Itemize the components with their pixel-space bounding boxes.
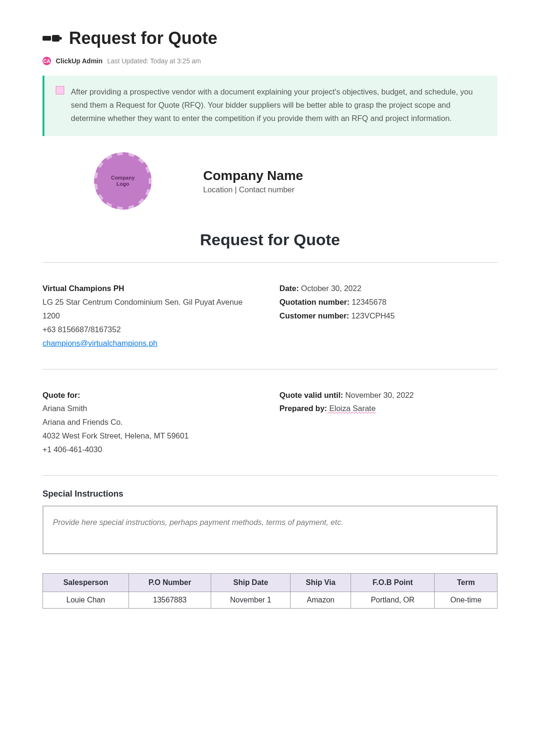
quote-info-col: Date: October 30, 2022 Quotation number:…	[280, 282, 498, 350]
divider	[43, 262, 497, 263]
title-row: Request for Quote	[43, 28, 497, 48]
shipping-table: Salesperson P.O Number Ship Date Ship Vi…	[43, 573, 497, 609]
doc-emoji-icon	[43, 33, 63, 43]
prep-value: Eloiza Sarate	[327, 404, 376, 412]
vendor-quote-row: Virtual Champions PH LG 25 Star Centrum …	[43, 268, 497, 363]
valid-label: Quote valid until:	[280, 391, 343, 399]
callout-icon	[56, 86, 64, 94]
vendor-address: LG 25 Star Centrum Condominium Sen. Gil …	[43, 295, 261, 323]
th-po-number: P.O Number	[129, 573, 211, 592]
company-info: Company Name Location | Contact number	[203, 168, 497, 194]
callout-text: After providing a prospective vendor wit…	[71, 85, 484, 125]
divider	[43, 369, 497, 369]
td-term: One-time	[435, 592, 497, 608]
td-ship-date: November 1	[211, 592, 290, 608]
vendor-phone: +63 8156687/8167352	[43, 323, 261, 336]
section-title: Request for Quote	[43, 231, 497, 249]
th-salesperson: Salesperson	[43, 573, 129, 592]
svg-rect-1	[52, 35, 60, 42]
th-ship-via: Ship Via	[291, 573, 351, 592]
document-header: Request for Quote CA ClickUp Admin Last …	[43, 28, 497, 65]
quote-for-phone: +1 406-461-4030	[43, 443, 261, 456]
valid-value: November 30, 2022	[343, 391, 414, 399]
quote-for-col: Quote for: Ariana Smith Ariana and Frien…	[43, 388, 261, 456]
quote-for-name: Ariana Smith	[43, 402, 261, 415]
quote-for-company: Ariana and Friends Co.	[43, 415, 261, 429]
td-fob-point: Portland, OR	[351, 592, 434, 608]
prep-label: Prepared by:	[280, 404, 327, 412]
vendor-email-link[interactable]: champions@virtualchampions.ph	[43, 339, 157, 347]
td-ship-via: Amazon	[291, 592, 351, 608]
th-fob-point: F.O.B Point	[351, 573, 434, 592]
date-value: October 30, 2022	[299, 284, 361, 292]
td-po-number: 13567883	[129, 592, 211, 608]
meta-row: CA ClickUp Admin Last Updated: Today at …	[43, 57, 497, 65]
cnum-value: 123VCPH45	[349, 311, 394, 320]
divider	[43, 475, 497, 476]
company-sub: Location | Contact number	[203, 185, 497, 194]
table-row: Louie Chan 13567883 November 1 Amazon Po…	[43, 592, 497, 608]
cnum-label: Customer number:	[280, 311, 350, 320]
quote-for-address: 4032 West Fork Street, Helena, MT 59601	[43, 429, 261, 443]
svg-point-2	[59, 37, 62, 40]
company-row: Company Logo Company Name Location | Con…	[43, 155, 497, 207]
page-title: Request for Quote	[69, 28, 217, 48]
qnum-label: Quotation number:	[280, 298, 350, 306]
table-header-row: Salesperson P.O Number Ship Date Ship Vi…	[43, 573, 497, 592]
td-salesperson: Louie Chan	[43, 592, 129, 608]
instructions-heading: Special Instructions	[43, 489, 497, 499]
vendor-name: Virtual Champions PH	[43, 284, 124, 292]
logo-column: Company Logo	[43, 155, 203, 207]
author-name: ClickUp Admin	[56, 57, 103, 65]
company-logo-badge: Company Logo	[97, 155, 149, 207]
instructions-box[interactable]: Provide here special instructions, perha…	[43, 506, 497, 554]
vendor-col: Virtual Champions PH LG 25 Star Centrum …	[43, 282, 261, 350]
quotefor-valid-row: Quote for: Ariana Smith Ariana and Frien…	[43, 375, 497, 470]
svg-rect-0	[43, 36, 51, 41]
th-ship-date: Ship Date	[211, 573, 290, 592]
logo-text-2: Logo	[117, 181, 129, 187]
last-updated: Last Updated: Today at 3:25 am	[107, 57, 201, 65]
qnum-value: 12345678	[350, 298, 386, 306]
author-avatar[interactable]: CA	[43, 57, 51, 65]
date-label: Date:	[280, 284, 299, 292]
quote-for-label: Quote for:	[43, 391, 80, 399]
valid-col: Quote valid until: November 30, 2022 Pre…	[280, 388, 498, 456]
th-term: Term	[435, 573, 497, 592]
logo-text-1: Company	[111, 175, 135, 181]
company-name: Company Name	[203, 168, 497, 183]
info-callout: After providing a prospective vendor wit…	[43, 76, 497, 136]
